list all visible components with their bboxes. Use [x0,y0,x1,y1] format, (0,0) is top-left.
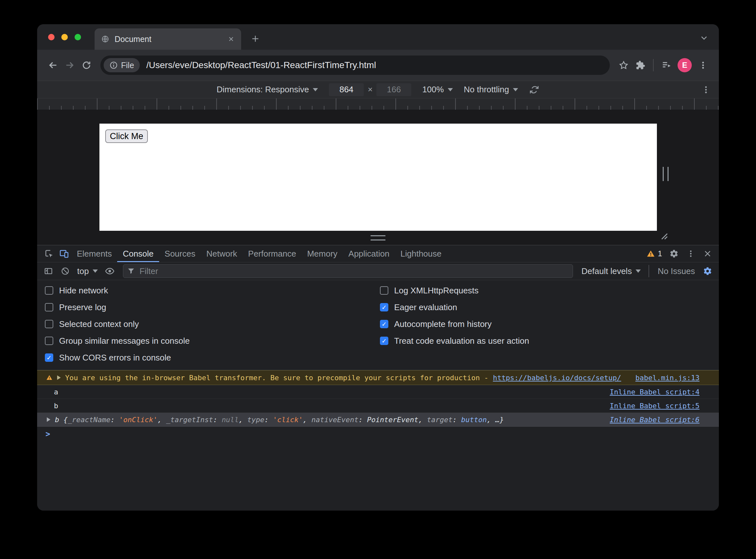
console-log-row[interactable]: b Inline Babel script:5 [37,399,719,413]
checkbox-icon[interactable] [380,320,388,328]
device-emulation-area: Click Me [37,110,719,245]
viewport-height-input[interactable] [376,83,411,96]
setting-selected-context-only[interactable]: Selected context only [45,316,380,332]
console-prompt-row[interactable]: > [37,427,719,442]
context-selector[interactable]: top [77,266,98,276]
zoom-dropdown[interactable]: 100% [422,85,453,94]
babel-docs-link[interactable]: https://babeljs.io/docs/setup/ [493,374,621,382]
tab-search-chevron-icon[interactable] [698,32,710,44]
setting-autocomplete-history[interactable]: Autocomplete from history [380,316,529,332]
rotate-viewport-icon[interactable] [529,85,539,95]
expand-triangle-icon[interactable] [57,375,61,380]
expand-triangle-icon[interactable] [47,417,50,422]
checkbox-icon[interactable] [380,286,388,295]
filter-funnel-icon [127,267,135,275]
chevron-down-icon [448,88,453,91]
console-settings-gear-icon[interactable] [700,264,715,278]
console-filter-input[interactable] [139,266,569,276]
object-preview: b {_reactName: 'onClick', _targetInst: n… [55,416,504,424]
source-link[interactable]: Inline Babel script:5 [600,402,699,410]
browser-window: Document [37,24,719,511]
checkbox-icon[interactable] [380,337,388,345]
scheme-chip[interactable]: File [104,58,140,72]
checkbox-icon[interactable] [380,303,388,311]
tab-console[interactable]: Console [117,245,159,262]
devtools-settings-gear-icon[interactable] [667,246,682,261]
setting-show-cors-errors[interactable]: Show CORS errors in console [45,349,380,366]
chevron-down-icon [513,88,518,91]
tab-title: Document [115,35,227,44]
checkbox-icon[interactable] [45,303,53,311]
setting-preserve-log[interactable]: Preserve log [45,299,380,316]
console-settings-panel: Hide network Preserve log Selected conte… [37,280,719,370]
checkbox-icon[interactable] [45,286,53,295]
setting-log-xmlhttprequests[interactable]: Log XMLHttpRequests [380,282,529,299]
source-link[interactable]: Inline Babel script:4 [600,388,699,396]
viewport-resize-handle-bottom[interactable] [371,235,385,241]
tab-network[interactable]: Network [201,245,242,262]
browser-menu-kebab-icon[interactable] [696,58,711,73]
viewport-resize-handle-right[interactable] [663,167,668,181]
traffic-lights [48,34,81,40]
context-value: top [77,266,89,276]
throttling-value: No throttling [464,85,509,94]
media-controls-icon[interactable] [659,58,674,73]
devtools-close-icon[interactable] [700,246,715,261]
log-text: b [54,402,58,410]
close-window-button[interactable] [48,34,54,40]
device-toolbar: Dimensions: Responsive × 100% No throttl… [37,81,719,98]
zoom-value: 100% [422,85,444,94]
tab-elements[interactable]: Elements [71,245,117,262]
tab-performance[interactable]: Performance [243,245,302,262]
back-button[interactable] [45,58,60,73]
source-link[interactable]: Inline Babel script:6 [600,416,699,424]
checkbox-icon[interactable] [45,320,53,328]
throttling-dropdown[interactable]: No throttling [464,85,518,94]
minimize-window-button[interactable] [61,34,68,40]
warning-icon [647,249,655,258]
tab-application[interactable]: Application [343,245,395,262]
console-object-row[interactable]: b {_reactName: 'onClick', _targetInst: n… [37,413,719,427]
tab-memory[interactable]: Memory [302,245,343,262]
profile-avatar[interactable]: E [677,58,692,72]
toggle-device-toolbar-icon[interactable] [57,246,71,261]
log-levels-dropdown[interactable]: Default levels [581,266,641,276]
forward-button[interactable] [62,58,77,73]
console-warning-row[interactable]: You are using the in-browser Babel trans… [37,370,719,385]
viewport-resize-corner[interactable] [659,231,668,240]
devtools-kebab-icon[interactable] [683,246,698,261]
live-expression-eye-icon[interactable] [102,264,117,278]
click-me-button[interactable]: Click Me [105,129,148,143]
tab-sources[interactable]: Sources [159,245,201,262]
tab-close-icon[interactable] [227,36,235,43]
console-filter-field[interactable] [123,264,573,278]
checkbox-icon[interactable] [45,337,53,345]
tab-lighthouse[interactable]: Lighthouse [395,245,447,262]
viewport-width-input[interactable] [329,83,364,96]
setting-group-similar[interactable]: Group similar messages in console [45,332,380,349]
address-bar[interactable]: File /Users/eve/Desktop/ReactTest/01-Rea… [101,55,610,75]
browser-tab[interactable]: Document [94,28,241,50]
setting-treat-code-eval[interactable]: Treat code evaluation as user action [380,332,529,349]
source-link[interactable]: babel.min.js:13 [626,374,699,382]
extensions-icon[interactable] [633,58,648,73]
clear-console-icon[interactable] [58,264,73,278]
console-prompt-chevron: > [45,430,50,439]
console-log-row[interactable]: a Inline Babel script:4 [37,385,719,399]
setting-hide-network[interactable]: Hide network [45,282,380,299]
new-tab-button[interactable] [249,33,261,45]
zoom-window-button[interactable] [74,34,81,40]
checkbox-icon[interactable] [45,353,53,362]
dimensions-dropdown[interactable]: Dimensions: Responsive [217,85,318,94]
tab-strip: Document [37,24,719,50]
setting-eager-evaluation[interactable]: Eager evaluation [380,299,529,316]
chevron-down-icon [313,88,318,91]
console-toolbar: top Default levels [37,262,719,280]
reload-button[interactable] [79,58,94,73]
issues-counter[interactable]: 1 [647,249,662,258]
device-toolbar-kebab-icon[interactable] [700,84,712,95]
inspect-element-icon[interactable] [42,246,57,261]
bookmark-star-icon[interactable] [616,58,631,73]
warning-message: You are using the in-browser Babel trans… [65,374,488,382]
console-sidebar-toggle-icon[interactable] [41,264,56,278]
